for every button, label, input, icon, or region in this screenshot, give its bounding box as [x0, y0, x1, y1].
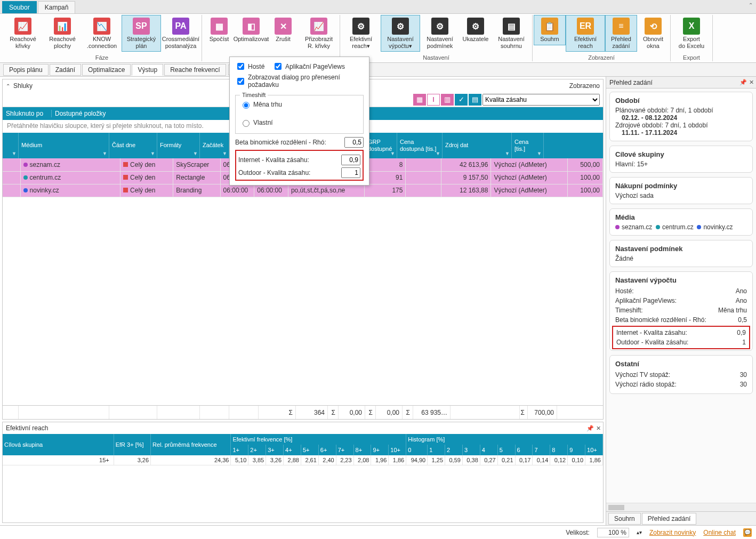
timeshift-vlastni-radio[interactable] [243, 120, 250, 127]
reach-plochy-button[interactable]: 📊Reachovéplochy [43, 15, 82, 52]
reach-col-header[interactable]: 1+ [231, 445, 248, 455]
internet-quality-input[interactable] [341, 155, 360, 165]
reach-col-header[interactable]: 0 [406, 445, 428, 455]
prehled-zadani-button[interactable]: ≡Přehledzadání [605, 15, 637, 52]
reach-col-header[interactable]: 2+ [248, 445, 266, 455]
nastaveni-podminek-button[interactable]: ⚙Nastavenípodmínek [420, 15, 460, 52]
reach-col-header[interactable]: Efektivní frekvence [%] [231, 434, 406, 445]
souhrn-button[interactable]: 📋Souhrn [534, 15, 566, 45]
prizobrazit-button[interactable]: 📈PřizobrazitR. křivky [299, 15, 339, 52]
obnovit-okna-button[interactable]: ⟲Obnovitokna [637, 15, 669, 52]
efektivni-reach-button[interactable]: ⚙Efektivníreach▾ [341, 15, 381, 52]
optimalizovat-button[interactable]: ◧Optimalizovat [235, 15, 267, 45]
reach-col-header[interactable]: 9+ [371, 445, 389, 455]
tab-soubor[interactable]: Soubor [2, 1, 37, 13]
reach-col-header[interactable]: EfR 3+ [%] [114, 434, 150, 455]
grid-col-header[interactable]: Cena dostupná [tis.]▼ [397, 133, 443, 158]
strategicky-plan-button[interactable]: SPStrategickýplán [122, 15, 161, 52]
zoom-stepper-icon[interactable]: ▴▾ [637, 529, 642, 535]
reach-col-header[interactable]: 2 [445, 445, 463, 455]
toolbar-quality-select[interactable]: Kvalita zásahu [482, 94, 600, 106]
toolbar-btn-3[interactable]: ▥ [441, 94, 454, 106]
toolbar-btn-2[interactable]: I [427, 94, 440, 106]
right-tab-souhrn[interactable]: Souhrn [608, 513, 641, 525]
nastaveni-vypoctu-button[interactable]: ⚙Nastavenívýpočtu▾ [381, 15, 420, 52]
close-icon[interactable]: ✕ [749, 79, 754, 86]
export-excel-button[interactable]: XExportdo Excelu [672, 15, 711, 52]
timeshift-vlastni-radio-row[interactable]: Vlastní [240, 118, 359, 127]
pin-icon[interactable]: 📌 [586, 425, 594, 432]
subtab-popis-plánu[interactable]: Popis plánu [3, 64, 49, 76]
subtab-optimalizace[interactable]: Optimalizace [82, 64, 131, 76]
pin-icon[interactable]: 📌 [739, 79, 747, 86]
grid-col-header[interactable]: Zdroj dat▼ [443, 133, 512, 158]
efektivni-reach-view-button[interactable]: EREfektivníreach [566, 15, 605, 52]
reach-col-header[interactable]: 7+ [336, 445, 353, 455]
grid-col-header[interactable]: Začátek▼ [200, 133, 229, 158]
aplpv-checkbox[interactable] [275, 63, 282, 70]
ukazatele-button[interactable]: ⚙Ukazatele [460, 15, 492, 45]
reach-col-header[interactable]: 4+ [284, 445, 301, 455]
chat-icon[interactable]: 💬 [743, 528, 752, 537]
outdoor-quality-input[interactable] [341, 167, 360, 178]
reach-col-header[interactable]: 6+ [318, 445, 336, 455]
zrusit-button[interactable]: ✕Zrušit [267, 15, 299, 45]
spocist-button[interactable]: ▦Spočíst [203, 15, 235, 45]
dialog-checkbox[interactable] [237, 78, 244, 85]
toolbar-btn-1[interactable]: ▦ [413, 94, 426, 106]
hoste-checkbox-row[interactable]: Hosté Aplikační PageViews [235, 61, 364, 71]
crossmed-button[interactable]: PACrossmediálnípostanalýza [161, 15, 200, 52]
reach-col-header[interactable]: 5 [497, 445, 515, 455]
reach-col-header[interactable]: 10+ [585, 445, 603, 455]
collapse-ribbon-icon[interactable]: ⌃ [749, 2, 753, 8]
collapse-icon[interactable]: ⌃ [6, 83, 10, 89]
footer-cell: 0,00 [339, 406, 365, 419]
timeshift-mena-radio-row[interactable]: Měna trhu [240, 100, 359, 109]
online-chat-link[interactable]: Online chat [703, 529, 736, 536]
dialog-checkbox-row[interactable]: Zobrazovat dialog pro přenesení požadavk… [235, 74, 364, 89]
reach-col-header[interactable]: 3+ [266, 445, 284, 455]
table-row[interactable]: novinky.czCelý denBranding06:00:0006:00:… [3, 184, 603, 197]
reach-krivky-button[interactable]: 📈Reachovékřivky [3, 15, 43, 52]
close-icon[interactable]: ✕ [596, 425, 601, 432]
hoste-checkbox[interactable] [237, 63, 244, 70]
efektivni-reach-icon: ⚙ [352, 18, 369, 35]
reach-col-header[interactable]: Histogram [%] [406, 434, 603, 445]
zoom-value[interactable]: 100 % [597, 528, 629, 537]
reach-col-header[interactable]: 10+ [389, 445, 406, 455]
grid-col-header[interactable]: GRP dostupné▼ [365, 133, 397, 158]
reach-col-header[interactable]: 3 [462, 445, 480, 455]
subtab-reache-frekvencí[interactable]: Reache frekvencí [164, 64, 226, 76]
reach-col-header[interactable]: 6 [515, 445, 533, 455]
right-scrollbar[interactable] [606, 503, 756, 511]
reach-col-header[interactable]: 8 [550, 445, 568, 455]
footer-cell [229, 406, 259, 419]
beta-input[interactable] [344, 137, 364, 148]
reach-col-header[interactable]: 8+ [353, 445, 371, 455]
export-excel-icon: X [683, 18, 700, 35]
know-conn-button[interactable]: 📉KNOW.connection [82, 15, 122, 52]
tab-kampan[interactable]: Kampaň [38, 1, 76, 13]
timeshift-mena-radio[interactable] [243, 102, 250, 109]
subtab-výstup[interactable]: Výstup [132, 64, 163, 76]
reach-col-header[interactable]: 5+ [301, 445, 318, 455]
reach-cell: 1,86 [585, 455, 603, 465]
reach-col-header[interactable]: 9 [568, 445, 585, 455]
grid-col-header[interactable]: Médium▼ [19, 133, 109, 158]
nastaveni-souhrnu-button[interactable]: ▤Nastavenísouhrnu [492, 15, 531, 52]
toolbar-btn-check[interactable]: ✓ [455, 94, 468, 106]
grid-col-header[interactable]: Formáty▼ [157, 133, 200, 158]
reach-col-header[interactable]: 4 [480, 445, 497, 455]
subtab-zadání[interactable]: Zadání [50, 64, 81, 76]
reach-cell: 0,59 [445, 455, 463, 465]
reach-col-header[interactable]: Cílová skupina [3, 434, 114, 455]
grid-col-header[interactable]: Cena [tis.]▼ [512, 133, 544, 158]
reach-col-header[interactable]: 7 [533, 445, 550, 455]
zobrazit-novinky-link[interactable]: Zobrazit novinky [649, 529, 696, 536]
grid-col-header[interactable]: ▼ [3, 133, 19, 158]
grid-col-header[interactable]: Část dne▼ [109, 133, 157, 158]
reach-col-header[interactable]: 1 [428, 445, 445, 455]
reach-col-header[interactable]: Rel. průměrná frekvence [151, 434, 231, 455]
toolbar-btn-4[interactable]: ▤ [469, 94, 481, 106]
right-tab-přehled-zadání[interactable]: Přehled zadání [642, 513, 697, 525]
